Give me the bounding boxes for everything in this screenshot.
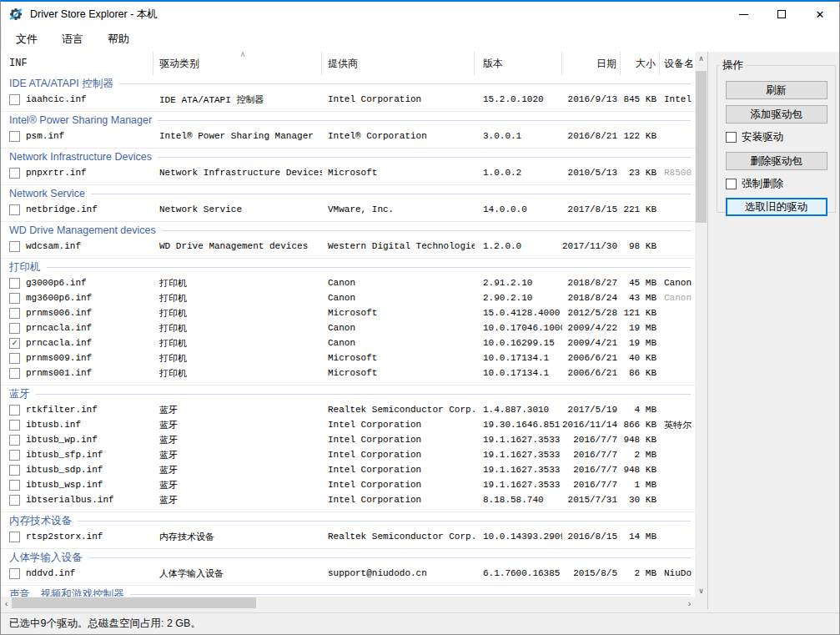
group-header[interactable]: Network Service — [1, 185, 695, 202]
column-header-provider[interactable]: 提供商 — [322, 52, 475, 75]
scroll-down-icon[interactable]: ∨ — [695, 584, 707, 597]
version: 3.0.0.1 — [475, 131, 562, 141]
table-row[interactable]: wdcsam.inf WD Drive Management devices W… — [1, 239, 695, 254]
table-row[interactable]: rtkfilter.inf 蓝牙 Realtek Semiconductor C… — [1, 402, 695, 417]
row-checkbox[interactable] — [9, 495, 20, 506]
vertical-scrollbar-thumb[interactable] — [696, 71, 707, 223]
version: 10.0.17134.1 — [475, 368, 562, 378]
column-header-size[interactable]: 大小 — [621, 52, 660, 75]
refresh-button[interactable]: 刷新 — [726, 81, 827, 99]
menu-file[interactable]: 文件 — [6, 28, 48, 50]
row-checkbox[interactable] — [9, 278, 20, 289]
row-checkbox[interactable] — [9, 204, 20, 215]
minimize-icon — [739, 14, 748, 15]
table-row[interactable]: prncacla.inf 打印机 Canon 10.0.17046.1000 2… — [1, 320, 695, 335]
group-header[interactable]: 蓝牙 — [1, 386, 695, 402]
row-checkbox[interactable] — [9, 168, 20, 179]
table-row[interactable]: prnms009.inf 打印机 Microsoft 10.0.17134.1 … — [1, 350, 695, 365]
row-checkbox[interactable] — [9, 405, 20, 416]
group-header[interactable]: IDE ATA/ATAPI 控制器 — [1, 75, 695, 92]
row-checkbox[interactable] — [9, 532, 20, 542]
group-header[interactable]: Network Infrastructure Devices — [1, 149, 695, 165]
row-checkbox[interactable] — [9, 94, 20, 105]
table-row[interactable]: mg3600p6.inf 打印机 Canon 2.90.2.10 2018/8/… — [1, 290, 695, 305]
group-rows: netbridge.inf Network Service VMware, In… — [1, 202, 695, 217]
group-header[interactable]: 内存技术设备 — [1, 512, 695, 529]
row-checkbox[interactable] — [9, 308, 20, 319]
inf-name: g3000p6.inf — [26, 278, 87, 288]
delete-driver-package-button[interactable]: 删除驱动包 — [726, 152, 827, 170]
row-checkbox[interactable] — [9, 450, 20, 461]
inf-name: prnms001.inf — [26, 368, 92, 378]
maximize-button[interactable] — [762, 2, 801, 27]
group-header[interactable]: 声音、视频和游戏控制器 — [1, 586, 695, 597]
row-checkbox[interactable] — [9, 465, 20, 476]
install-driver-checkbox-box[interactable] — [726, 132, 737, 143]
column-header-device[interactable]: 设备名 — [660, 52, 695, 75]
select-old-drivers-button[interactable]: 选取旧的驱动 — [726, 198, 827, 216]
column-header-category-label: 驱动类别 — [159, 57, 199, 71]
minimize-button[interactable] — [724, 2, 762, 27]
driver-category: 打印机 — [153, 292, 322, 305]
group-header[interactable]: WD Drive Management devices — [1, 222, 695, 239]
table-row[interactable]: prnms001.inf 打印机 Microsoft 10.0.17134.1 … — [1, 365, 695, 380]
table-row[interactable]: ibtusb_sdp.inf 蓝牙 Intel Corporation 19.1… — [1, 462, 695, 477]
close-button[interactable]: ✕ — [801, 2, 839, 27]
column-header-version[interactable]: 版本 — [475, 52, 562, 75]
row-checkbox[interactable] — [9, 293, 20, 304]
inf-name: ibtusb.inf — [26, 420, 81, 430]
row-checkbox[interactable] — [9, 353, 20, 364]
force-delete-checkbox[interactable]: 强制删除 — [726, 177, 835, 191]
table-row[interactable]: g3000p6.inf 打印机 Canon 2.91.2.10 2018/8/2… — [1, 275, 695, 290]
table-row[interactable]: prncacla.inf 打印机 Canon 10.0.16299.15 200… — [1, 335, 695, 350]
row-checkbox[interactable] — [9, 131, 20, 142]
group-header[interactable]: 打印机 — [1, 259, 695, 275]
inf-name: prncacla.inf — [26, 338, 92, 348]
driver-category: 蓝牙 — [153, 419, 322, 431]
column-header-inf[interactable]: INF — [1, 52, 153, 75]
row-checkbox[interactable] — [9, 368, 20, 379]
menu-help[interactable]: 帮助 — [98, 28, 139, 50]
vertical-scrollbar[interactable]: ∧ ∨ — [695, 52, 707, 597]
table-row[interactable]: nddvd.inf 人体学输入设备 support@niudodo.cn 6.1… — [1, 566, 695, 581]
row-checkbox[interactable] — [9, 568, 20, 579]
group-header[interactable]: 人体学输入设备 — [1, 549, 695, 566]
size: 4 MB — [621, 405, 660, 415]
horizontal-scrollbar[interactable]: ‹ › — [1, 597, 695, 609]
row-checkbox[interactable] — [9, 338, 20, 349]
install-driver-checkbox[interactable]: 安装驱动 — [726, 130, 835, 144]
row-checkbox[interactable] — [9, 435, 20, 446]
table-row[interactable]: ibtusb_wp.inf 蓝牙 Intel Corporation 19.1.… — [1, 432, 695, 447]
row-checkbox[interactable] — [9, 420, 20, 431]
group-header[interactable]: Intel® Power Sharing Manager — [1, 112, 695, 129]
provider: Realtek Semiconductor Corp. — [322, 532, 475, 542]
row-checkbox[interactable] — [9, 323, 20, 334]
table-row[interactable]: ibtusb_wsp.inf 蓝牙 Intel Corporation 19.1… — [1, 477, 695, 492]
driver-category: 蓝牙 — [153, 494, 322, 506]
table-row[interactable]: rtsp2storx.inf 内存技术设备 Realtek Semiconduc… — [1, 529, 695, 544]
column-header-category[interactable]: 驱动类别 ∧ — [153, 52, 322, 75]
force-delete-checkbox-box[interactable] — [726, 179, 737, 189]
scroll-right-icon[interactable]: › — [684, 597, 695, 609]
row-checkbox[interactable] — [9, 241, 20, 252]
group-rule-line — [78, 521, 691, 522]
horizontal-scrollbar-thumb[interactable] — [12, 597, 256, 608]
version: 19.1.1627.3533 — [475, 465, 562, 475]
list-header: INF 驱动类别 ∧ 提供商 版本 日期 大小 设备名 — [1, 52, 695, 75]
table-row[interactable]: ibtserialbus.inf 蓝牙 Intel Corporation 8.… — [1, 492, 695, 507]
row-checkbox[interactable] — [9, 480, 20, 491]
table-row[interactable]: pnpxrtr.inf Network Infrastructure Devic… — [1, 165, 695, 180]
column-header-date[interactable]: 日期 — [562, 52, 621, 75]
driver-category: WD Drive Management devices — [153, 241, 322, 251]
table-row[interactable]: iaahcic.inf IDE ATA/ATAPI 控制器 Intel Corp… — [1, 92, 695, 107]
table-row[interactable]: netbridge.inf Network Service VMware, In… — [1, 202, 695, 217]
add-driver-package-button[interactable]: 添加驱动包 — [726, 105, 827, 123]
table-row[interactable]: ibtusb.inf 蓝牙 Intel Corporation 19.30.16… — [1, 417, 695, 432]
table-row[interactable]: psm.inf Intel® Power Sharing Manager Int… — [1, 129, 695, 144]
scroll-up-icon[interactable]: ∧ — [695, 52, 707, 64]
window-title: Driver Store Explorer - 本机 — [30, 8, 158, 22]
menu-language[interactable]: 语言 — [52, 28, 93, 50]
scroll-left-icon[interactable]: ‹ — [1, 597, 12, 609]
table-row[interactable]: prnms006.inf 打印机 Microsoft 15.0.4128.400… — [1, 305, 695, 320]
table-row[interactable]: ibtusb_sfp.inf 蓝牙 Intel Corporation 19.1… — [1, 447, 695, 462]
